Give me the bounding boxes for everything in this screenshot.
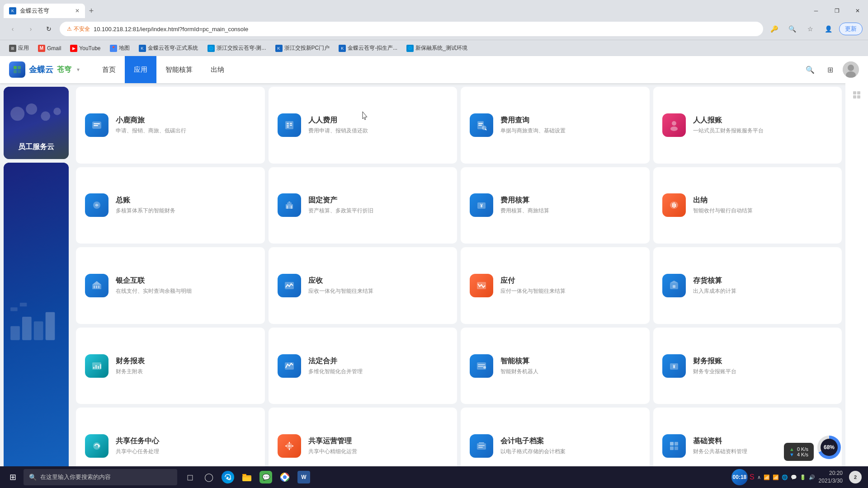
card-icon-bank-enterprise [85, 274, 108, 297]
card-smart-accounting[interactable]: 智能核算 智能财务机器人 [461, 328, 650, 404]
taskbar-clock[interactable]: 20:20 2021/3/30 [819, 469, 843, 485]
card-icon-legal-consolidation [278, 354, 301, 378]
bookmark-kdcloud1[interactable]: K 金蝶云苍穹-正式系统 [135, 43, 202, 53]
sidebar-finance-cloud[interactable]: 财务云 [4, 163, 69, 484]
nav-search-icon[interactable]: 🔍 [803, 62, 817, 77]
bookmark-kdcloud2-label: 金蝶云苍穹-拟生产... [348, 44, 397, 52]
right-panel-grid-icon[interactable] [849, 87, 865, 103]
key-icon[interactable]: 🔑 [767, 22, 781, 36]
battery-icon[interactable]: 🔋 [800, 474, 806, 480]
cpu-usage-circle[interactable]: 68% [817, 436, 841, 459]
card-finance-baoz[interactable]: ¥ 财务报账 财务专业报账平台 [653, 328, 842, 404]
address-icons: 🔑 🔍 ☆ 👤 更新 [767, 22, 863, 36]
svg-rect-51 [673, 285, 675, 288]
svg-rect-53 [93, 367, 94, 369]
card-inventory[interactable]: 存货核算 出入库成本的计算 [653, 247, 842, 324]
sougou-icon[interactable]: S [750, 473, 755, 481]
card-bank-enterprise[interactable]: 银企互联 在线支付、实时查询余额与明细 [76, 247, 265, 324]
address-input[interactable]: ⚠ 不安全 10.100.218.12:81/ierp/index.html?f… [60, 22, 763, 36]
nav-home[interactable]: 首页 [93, 56, 125, 83]
minimize-button[interactable]: ─ [806, 2, 826, 20]
card-legal-consolidation[interactable]: 法定合并 多维化智能化合并管理 [269, 328, 458, 404]
restore-button[interactable]: ❐ [826, 2, 847, 20]
card-renren-baoz[interactable]: 人人报账 一站式员工财务报账服务平台 [653, 87, 842, 164]
nav-expand-icon[interactable]: ⊞ [823, 62, 837, 77]
card-xiaolu[interactable]: 小鹿商旅 申请、报销、商旅、低碳出行 [76, 87, 265, 164]
card-fixed-assets[interactable]: 固定资产 资产核算、多政策平行折旧 [269, 167, 458, 244]
wifi-icon[interactable]: 📶 [764, 474, 770, 480]
app-grid: 小鹿商旅 申请、报销、商旅、低碳出行 人人费用 [72, 83, 845, 488]
security-badge: ⚠ 不安全 [67, 25, 90, 33]
taskbar-notification-circle[interactable]: 00:18 [731, 469, 748, 485]
card-payable[interactable]: 应付 应付一体化与智能往来结算 [461, 247, 650, 324]
card-receivable[interactable]: 应收 应收一体化与智能往来结算 [269, 247, 458, 324]
card-info-expense-accounting: 费用核算 费用核算、商旅结算 [500, 196, 641, 215]
wifi-icon2[interactable]: 📶 [773, 474, 779, 480]
taskbar-cortana[interactable]: ◯ [200, 468, 218, 486]
taskbar-word[interactable]: W [295, 468, 313, 486]
new-tab-button[interactable]: + [85, 5, 98, 17]
back-button[interactable]: ‹ [5, 22, 20, 36]
nav-cashier[interactable]: 出纳 [202, 56, 233, 83]
update-button[interactable]: 更新 [839, 23, 863, 35]
network-icon[interactable]: 🌐 [782, 474, 788, 480]
svg-rect-78 [675, 446, 678, 450]
bookmark-gmail[interactable]: M Gmail [34, 44, 65, 53]
card-title-xiaolu: 小鹿商旅 [116, 116, 256, 125]
systray-expand[interactable]: ∧ [757, 474, 761, 480]
card-title-inventory: 存货核算 [693, 276, 833, 286]
logo-area[interactable]: 金蝶云 苍穹 ▾ [9, 61, 80, 78]
logo-dropdown-icon[interactable]: ▾ [77, 66, 80, 73]
bookmark-icon[interactable]: ☆ [803, 22, 817, 36]
volume-icon[interactable]: 🔊 [809, 474, 815, 480]
card-cashier[interactable]: 出纳 智能收付与银行自动结算 [653, 167, 842, 244]
nav-avatar[interactable] [843, 61, 859, 78]
taskbar-search[interactable]: 🔍 在这里输入你要搜索的内容 [24, 469, 177, 485]
bookmark-zj1[interactable]: 🌐 浙江交投云苍穹-测... [204, 43, 270, 53]
card-general-ledger[interactable]: 总账 多核算体系下的智能财务 [76, 167, 265, 244]
tab-close-button[interactable]: ✕ [75, 8, 80, 14]
bookmark-apps[interactable]: ⊞ 应用 [5, 43, 33, 53]
bookmark-maps[interactable]: 📍 地图 [106, 43, 133, 53]
card-feiyong-query[interactable]: 费用查询 单据与商旅查询、基础设置 [461, 87, 650, 164]
chat-badge[interactable]: 2 [849, 471, 862, 483]
wechat-tray-icon[interactable]: 💬 [791, 474, 797, 480]
svg-rect-38 [291, 206, 292, 209]
start-button[interactable]: ⊞ [4, 468, 22, 486]
browser-tab[interactable]: K 金蝶云苍穹 ✕ [4, 4, 85, 18]
card-icon-financial-report [85, 354, 108, 378]
logo-text: 金蝶云 [29, 64, 53, 75]
forward-button[interactable]: › [24, 22, 38, 36]
card-expense-accounting[interactable]: ¥ 费用核算 费用核算、商旅结算 [461, 167, 650, 244]
nav-right: 🔍 ⊞ [803, 61, 859, 78]
address-bar: ‹ › ↻ ⚠ 不安全 10.100.218.12:81/ierp/index.… [0, 18, 868, 40]
nav-smart-accounting[interactable]: 智能核算 [156, 56, 202, 83]
card-renfei[interactable]: 人人费用 费用申请、报销及借还款 [269, 87, 458, 164]
nav-apps[interactable]: 应用 [125, 56, 156, 83]
close-button[interactable]: ✕ [847, 2, 868, 20]
taskbar-wechat[interactable]: 💬 [257, 468, 275, 486]
taskbar-explorer[interactable] [238, 468, 256, 486]
sidebar-employee-cloud[interactable]: 员工服务云 [4, 87, 69, 159]
svg-text:¥: ¥ [480, 203, 483, 208]
taskbar-task-view[interactable]: ◻ [181, 468, 199, 486]
bookmark-youtube[interactable]: ▶ YouTube [66, 44, 104, 53]
bookmark-kdcloud2[interactable]: K 金蝶云苍穹-拟生产... [335, 43, 401, 53]
taskbar-chrome[interactable] [276, 468, 294, 486]
card-info-fixed-assets: 固定资产 资产核算、多政策平行折旧 [308, 196, 448, 215]
bookmark-insurance[interactable]: 🌐 新保融系统_测试环境 [403, 43, 471, 53]
search-icon[interactable]: 🔍 [785, 22, 799, 36]
shared-task-svg [90, 440, 103, 452]
svg-rect-55 [98, 366, 99, 369]
card-financial-report[interactable]: 财务报表 财务主附表 [76, 328, 265, 404]
accounting-archive-svg [475, 440, 488, 452]
window-controls: ─ ❐ ✕ [806, 2, 868, 20]
tab-bar: K 金蝶云苍穹 ✕ + ─ ❐ ✕ [0, 0, 868, 18]
card-info-payable: 应付 应付一体化与智能往来结算 [500, 276, 641, 295]
taskbar: ⊞ 🔍 在这里输入你要搜索的内容 ◻ ◯ [0, 466, 868, 488]
user-icon[interactable]: 👤 [821, 22, 835, 36]
taskbar-edge[interactable] [219, 468, 237, 486]
bookmark-zj2[interactable]: K 浙江交投新PC门户 [272, 43, 334, 53]
bookmark-maps-label: 地图 [119, 44, 130, 52]
refresh-button[interactable]: ↻ [42, 22, 56, 36]
